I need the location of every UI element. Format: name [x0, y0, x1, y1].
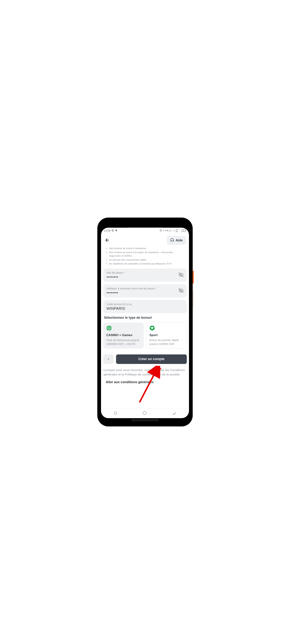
bonus-section-title: Sélectionnez le type de bonus!	[103, 316, 187, 320]
svg-rect-6	[172, 231, 173, 231]
eye-off-icon[interactable]	[179, 288, 183, 294]
svg-text:$: $	[109, 327, 110, 329]
volume-button[interactable]	[193, 291, 194, 307]
svg-rect-17	[109, 326, 109, 326]
svg-rect-28	[114, 412, 117, 414]
field-label: Mot de passe *	[107, 271, 179, 274]
legal-text: Lorsque vous vous inscrivez, vous accept…	[103, 368, 187, 377]
password-rules: doit contenir au moins 8 caractères doit…	[103, 246, 187, 268]
bonus-card-casino[interactable]: $ CASINO + Games Pack de bienvenue jusqu…	[103, 322, 144, 348]
chip-icon: $	[106, 325, 141, 332]
screen: 12:09 LTE	[101, 228, 189, 418]
confirm-password-field[interactable]: Indiquez à nouveau votre mot de passe * …	[103, 284, 187, 298]
field-label: Code promo (s'il y a)	[107, 302, 183, 306]
content: doit contenir au moins 8 caractères doit…	[101, 246, 189, 408]
svg-rect-2	[169, 231, 169, 231]
svg-point-26	[151, 330, 151, 330]
svg-text:99: 99	[183, 230, 184, 232]
android-nav-bar	[101, 408, 189, 418]
help-button[interactable]: Aide	[167, 236, 186, 245]
lte-icon: LTE	[165, 230, 168, 232]
alarm-icon	[159, 229, 162, 232]
action-row: Créer un compte	[103, 354, 187, 364]
headset-icon	[170, 238, 174, 243]
field-value: ••••••••	[107, 275, 179, 279]
field-value: ••••••••	[107, 291, 179, 295]
bonus-title: Sport	[149, 333, 184, 337]
signal-icon	[169, 229, 172, 232]
rule-item: doit contenir au moins 8 caractères	[109, 246, 183, 250]
terms-link[interactable]: Aller aux conditions générales	[103, 380, 187, 384]
charging-icon	[179, 229, 181, 232]
bonus-row: $ CASINO + Games Pack de bienvenue jusqu…	[103, 322, 187, 348]
svg-rect-20	[111, 328, 112, 328]
help-label: Aide	[176, 238, 183, 242]
status-bar: 12:09 LTE	[101, 228, 189, 234]
svg-rect-18	[109, 330, 109, 330]
field-label: Indiquez à nouveau votre mot de passe *	[107, 287, 179, 290]
notification-icon	[115, 229, 117, 232]
app-header: Aide	[101, 234, 189, 246]
svg-rect-8	[174, 230, 174, 231]
svg-rect-3	[170, 230, 170, 231]
svg-rect-5	[171, 230, 171, 231]
svg-point-27	[150, 327, 151, 328]
svg-point-29	[143, 412, 146, 415]
rule-item: les répétitions de caractères ne doivent…	[109, 262, 183, 266]
svg-rect-7	[173, 230, 173, 231]
bluetooth-icon	[163, 229, 165, 232]
nav-back-button[interactable]	[172, 411, 177, 416]
back-button[interactable]	[104, 237, 111, 244]
promo-code-field[interactable]: Code promo (s'il y a) WINPARIS	[103, 300, 187, 313]
signal-icon	[172, 229, 175, 232]
bonus-desc: Pack de bienvenue jusqu'à 1000000 XOF + …	[106, 338, 141, 346]
eye-off-icon[interactable]	[179, 272, 183, 278]
bonus-title: CASINO + Games	[106, 333, 141, 337]
nav-recents-button[interactable]	[113, 411, 118, 416]
status-time: 12:09	[104, 229, 110, 232]
nav-home-button[interactable]	[142, 411, 147, 416]
field-value: WINPARIS	[107, 306, 183, 311]
svg-rect-11	[185, 230, 186, 231]
svg-point-25	[153, 330, 154, 330]
bonus-card-sport[interactable]: Sport Bonus de premier dépôt jusqu'à 130…	[146, 322, 187, 348]
create-account-button[interactable]: Créer un compte	[116, 354, 187, 364]
previous-button[interactable]	[103, 354, 113, 364]
password-field[interactable]: Mot de passe * ••••••••	[103, 268, 187, 282]
svg-rect-9	[174, 230, 174, 231]
svg-point-24	[154, 327, 154, 328]
whatsapp-icon	[111, 229, 114, 232]
svg-point-23	[152, 326, 153, 326]
svg-rect-4	[170, 230, 171, 231]
create-account-label: Créer un compte	[138, 357, 164, 361]
rule-item: ne doit pas être couramment utilisé	[109, 258, 183, 262]
rule-item: doit contenir au moins trois types de ca…	[109, 250, 183, 258]
phone-frame: 12:09 LTE	[97, 218, 193, 426]
ball-icon	[149, 325, 184, 332]
svg-rect-19	[107, 328, 107, 328]
phone-chin	[131, 419, 159, 421]
power-button[interactable]	[193, 271, 194, 284]
data-speed: 107B/s	[176, 229, 178, 232]
bonus-desc: Bonus de premier dépôt jusqu'à 130000 XO…	[149, 338, 184, 346]
battery-icon: 99	[181, 229, 186, 232]
